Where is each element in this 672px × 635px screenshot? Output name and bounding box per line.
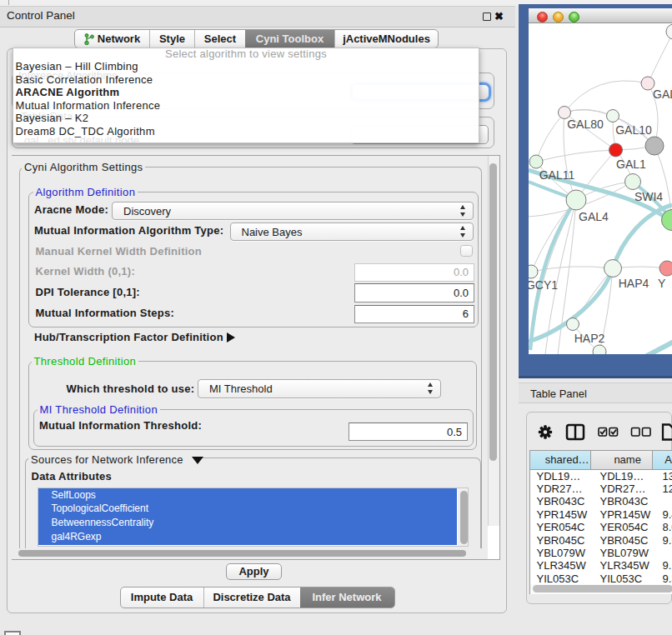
svg-text:SWI4: SWI4 [634, 190, 663, 203]
svg-text:HAP2: HAP2 [574, 332, 605, 345]
svg-text:GAL2: GAL2 [653, 88, 672, 101]
svg-text:Y: Y [658, 277, 666, 290]
svg-text:HAP4: HAP4 [619, 277, 649, 290]
svg-text:GCY1: GCY1 [529, 278, 558, 292]
svg-text:GAL4: GAL4 [579, 210, 609, 223]
svg-text:GAL10: GAL10 [615, 123, 652, 137]
svg-text:GAL1: GAL1 [616, 158, 646, 171]
svg-text:GAL11: GAL11 [539, 168, 575, 182]
svg-text:GAL80: GAL80 [567, 118, 604, 131]
